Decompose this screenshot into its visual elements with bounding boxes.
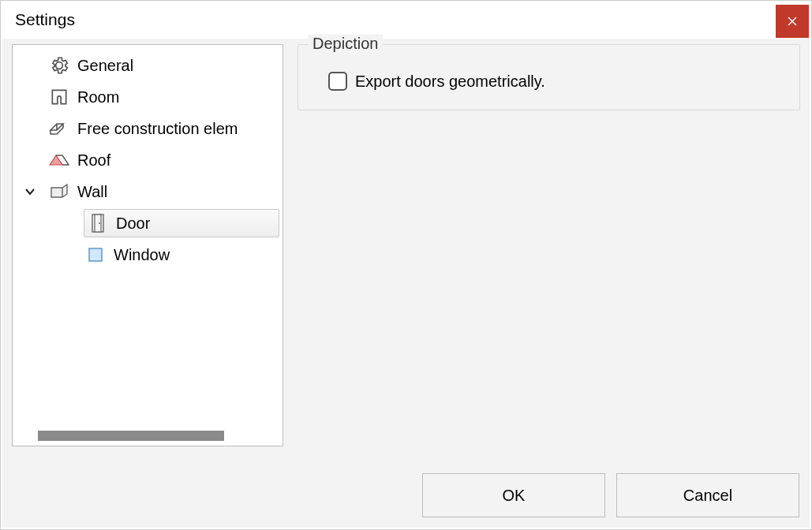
horizontal-scrollbar[interactable] — [16, 428, 279, 442]
tree-panel: General Room Free construction elem — [12, 44, 283, 446]
chevron-down-icon — [24, 186, 36, 197]
tree-item-label: Roof — [77, 151, 110, 170]
expand-toggle[interactable] — [13, 186, 47, 197]
svg-rect-5 — [89, 248, 102, 261]
settings-detail-panel: Depiction Export doors geometrically. — [297, 44, 800, 466]
window-icon — [84, 243, 107, 267]
export-doors-label: Export doors geometrically. — [355, 73, 545, 91]
tree-item-free-construction[interactable]: Free construction elem — [13, 113, 283, 144]
roof-icon — [47, 148, 71, 172]
cancel-button[interactable]: Cancel — [616, 473, 799, 517]
depiction-groupbox: Depiction Export doors geometrically. — [297, 44, 800, 110]
construction-icon — [47, 117, 71, 140]
close-button[interactable] — [776, 5, 809, 38]
gear-icon — [47, 54, 71, 77]
wall-icon — [47, 180, 71, 203]
svg-point-4 — [99, 222, 100, 224]
tree-item-roof[interactable]: Roof — [13, 144, 283, 176]
tree-item-door[interactable]: Door — [49, 207, 283, 239]
tree-item-room[interactable]: Room — [13, 81, 283, 113]
tree-item-label: General — [77, 57, 133, 75]
titlebar: Settings — [1, 1, 811, 39]
tree-item-wall[interactable]: Wall — [13, 176, 283, 207]
tree-item-general[interactable]: General — [13, 50, 283, 81]
tree-children-wall: Door Window — [13, 207, 283, 271]
tree-item-window[interactable]: Window — [49, 239, 283, 271]
scrollbar-thumb[interactable] — [38, 431, 224, 441]
tree-item-label: Door — [116, 215, 150, 233]
export-doors-checkbox[interactable] — [328, 72, 347, 91]
groupbox-title: Depiction — [308, 35, 383, 53]
tree-item-label: Free construction elem — [77, 120, 238, 138]
dialog-title: Settings — [15, 10, 75, 29]
tree: General Room Free construction elem — [13, 45, 283, 271]
room-icon — [47, 85, 71, 109]
door-icon — [86, 211, 110, 235]
tree-item-label: Room — [77, 88, 119, 106]
ok-button[interactable]: OK — [422, 473, 605, 517]
selected-highlight: Door — [84, 209, 279, 237]
tree-item-label: Wall — [77, 183, 107, 201]
export-doors-row[interactable]: Export doors geometrically. — [328, 72, 784, 91]
tree-item-label: Window — [114, 246, 170, 264]
content-area: General Room Free construction elem — [12, 44, 800, 466]
close-icon — [788, 17, 797, 26]
dialog-footer: OK Cancel — [422, 473, 799, 517]
